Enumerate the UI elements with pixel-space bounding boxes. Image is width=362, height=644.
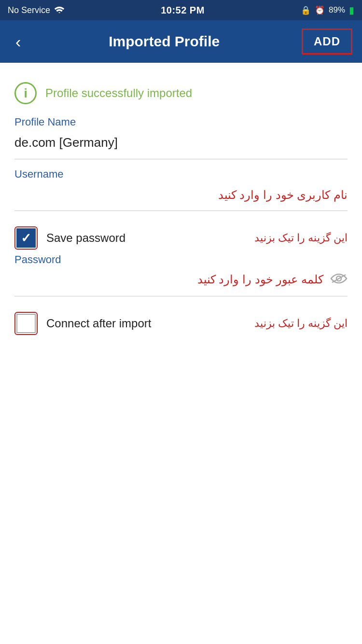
password-label: Password	[14, 253, 348, 266]
content-area: i Profile successfully imported Profile …	[0, 63, 362, 353]
password-group: Password کلمه عبور خود را وارد کنید	[14, 253, 348, 296]
page-title: Imported Profile	[31, 33, 297, 50]
status-right: 🔒 ⏰ 89% ▮	[301, 4, 354, 16]
save-password-checkbox-inner: ✓	[16, 228, 36, 248]
connect-after-import-row: Connect after import این گزینه را تیک بز…	[14, 305, 348, 339]
battery-icon: ▮	[349, 4, 354, 16]
no-service-label: No Service	[8, 5, 50, 15]
username-group: Username نام کاربری خود را وارد کنید	[14, 168, 348, 211]
profile-name-value[interactable]: de.com [Germany]	[14, 131, 348, 157]
battery-percent: 89%	[329, 5, 345, 15]
username-hint: نام کاربری خود را وارد کنید	[14, 183, 348, 209]
username-label: Username	[14, 168, 348, 181]
success-banner: i Profile successfully imported	[14, 77, 348, 116]
profile-name-label: Profile Name	[14, 116, 348, 128]
save-password-row: ✓ Save password این گزینه را تیک بزنید	[14, 220, 348, 253]
save-password-label: Save password	[46, 231, 125, 245]
profile-name-group: Profile Name de.com [Germany]	[14, 116, 348, 159]
status-bar: No Service 10:52 PM 🔒 ⏰ 89% ▮	[0, 0, 362, 20]
status-time: 10:52 PM	[161, 5, 205, 16]
connect-after-import-label: Connect after import	[46, 317, 151, 330]
save-password-hint: این گزینه را تیک بزنید	[134, 232, 348, 244]
back-button[interactable]: ‹	[10, 28, 27, 55]
location-icon: 🔒	[301, 5, 311, 15]
connect-after-import-checkbox-inner	[16, 314, 36, 333]
info-icon: i	[14, 82, 37, 104]
password-hint: کلمه عبور خود را وارد کنید	[14, 273, 323, 286]
status-left: No Service	[8, 5, 65, 15]
connect-after-import-checkbox-wrapper[interactable]	[14, 312, 38, 335]
connect-after-import-hint: این گزینه را تیک بزنید	[160, 317, 348, 330]
checkmark-icon: ✓	[21, 232, 31, 244]
divider-1	[14, 159, 348, 159]
eye-icon[interactable]	[330, 272, 348, 287]
alarm-icon: ⏰	[315, 5, 325, 15]
password-input-row: کلمه عبور خود را وارد کنید	[14, 269, 348, 294]
nav-bar: ‹ Imported Profile ADD	[0, 20, 362, 63]
wifi-icon	[54, 5, 65, 15]
svg-point-0	[58, 12, 60, 13]
divider-2	[14, 210, 348, 211]
save-password-checkbox-wrapper[interactable]: ✓	[14, 226, 38, 250]
add-button[interactable]: ADD	[302, 28, 352, 55]
success-message: Profile successfully imported	[45, 86, 192, 100]
divider-3	[14, 296, 348, 296]
